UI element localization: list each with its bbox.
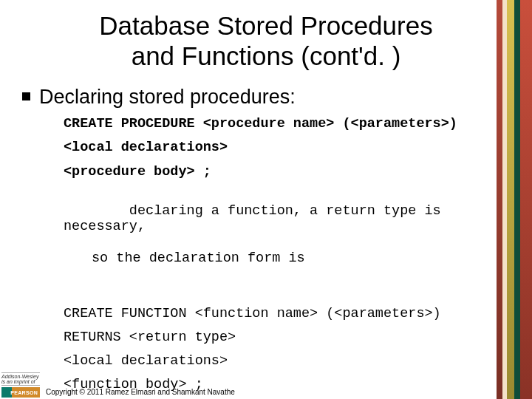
bullet-text: Declaring stored procedures: bbox=[39, 85, 296, 109]
slide-title: Database Stored Procedures and Functions… bbox=[0, 0, 532, 72]
stripe bbox=[507, 0, 514, 399]
publisher-block: Addison-Wesley is an imprint of PEARSON bbox=[0, 372, 41, 399]
code-line: <local declarations> bbox=[64, 140, 517, 155]
imprint-label: Addison-Wesley is an imprint of bbox=[1, 372, 40, 386]
imprint-sub: is an imprint of bbox=[1, 379, 35, 384]
title-line-1: Database Stored Procedures bbox=[99, 11, 432, 40]
slide: Database Stored Procedures and Functions… bbox=[0, 0, 532, 399]
copyright-text: Copyright © 2011 Ramez Elmasri and Shamk… bbox=[46, 388, 235, 396]
code-line: <procedure body> ; bbox=[64, 164, 517, 180]
code-line: CREATE PROCEDURE <procedure name> (<para… bbox=[64, 116, 517, 132]
stripe bbox=[514, 0, 520, 399]
code-line: CREATE FUNCTION <function name> (<parame… bbox=[64, 306, 517, 321]
square-bullet-icon bbox=[22, 92, 30, 100]
title-line-2: and Functions (cont'd. ) bbox=[132, 41, 401, 70]
imprint-name: Addison-Wesley bbox=[1, 374, 38, 379]
stripe bbox=[497, 0, 502, 399]
pearson-brand: PEARSON bbox=[10, 390, 38, 395]
content-area: Declaring stored procedures: CREATE PROC… bbox=[0, 72, 532, 393]
decorative-stripes bbox=[497, 0, 532, 399]
code-line: <local declarations> bbox=[64, 353, 517, 369]
code-text: so the declaration form is bbox=[64, 250, 517, 266]
code-line: declaring a function, a return type is n… bbox=[64, 188, 517, 298]
code-block: CREATE PROCEDURE <procedure name> (<para… bbox=[64, 116, 517, 393]
footer: Addison-Wesley is an imprint of PEARSON … bbox=[0, 372, 532, 399]
stripe bbox=[520, 0, 532, 399]
code-line: RETURNS <return type> bbox=[64, 330, 517, 345]
bullet-item: Declaring stored procedures: bbox=[22, 85, 517, 109]
code-text: declaring a function, a return type is n… bbox=[64, 203, 449, 234]
pearson-logo: PEARSON bbox=[1, 387, 40, 398]
